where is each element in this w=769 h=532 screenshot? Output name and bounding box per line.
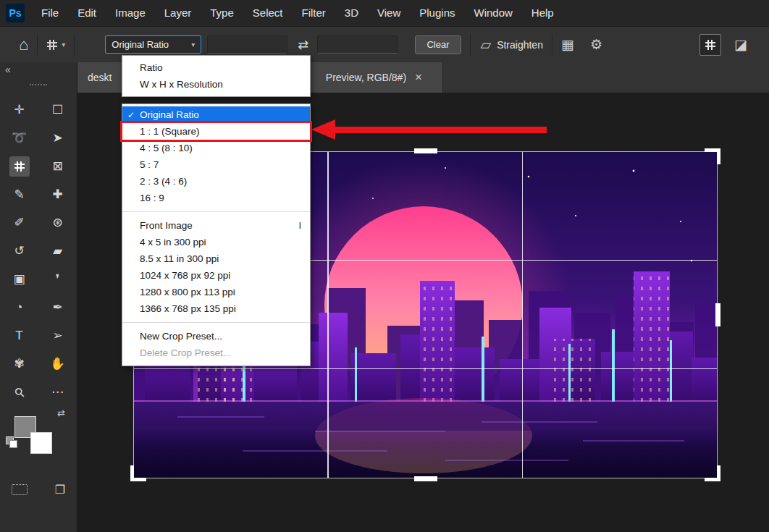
crop-tool[interactable] bbox=[0, 152, 38, 180]
dodge-tool[interactable]: ◔ bbox=[0, 293, 38, 321]
crop-icon bbox=[705, 39, 716, 51]
menu-filter[interactable]: Filter bbox=[293, 0, 335, 26]
menu-items: File Edit Image Layer Type Select Filter… bbox=[32, 0, 563, 26]
aspect-ratio-select[interactable]: Original Ratio ▾ bbox=[105, 35, 201, 54]
dropdown-item-ratio[interactable]: ✓ Ratio bbox=[122, 59, 310, 76]
crop-handle-bottom[interactable] bbox=[414, 476, 437, 481]
type-tool[interactable]: T bbox=[0, 321, 38, 350]
dropdown-item-delete-crop-preset[interactable]: ✓ Delete Crop Preset... bbox=[122, 345, 310, 361]
crop-handle-top[interactable] bbox=[414, 148, 437, 153]
dropdown-item-1-1-square[interactable]: ✓ 1 : 1 (Square) bbox=[122, 123, 310, 140]
lasso-tool[interactable]: ➰ bbox=[0, 124, 38, 152]
gradient-tool[interactable]: ▣ bbox=[0, 265, 38, 293]
tool-icon: ✚ bbox=[48, 185, 68, 205]
zoom-tool[interactable]: ⚲ bbox=[0, 378, 38, 406]
menu-view[interactable]: View bbox=[368, 0, 410, 26]
blur-tool[interactable]: ❜ bbox=[38, 265, 77, 293]
frame-tool[interactable]: ⊠ bbox=[38, 152, 77, 180]
menu-help[interactable]: Help bbox=[522, 0, 563, 26]
default-colors-icon[interactable] bbox=[6, 436, 17, 448]
quick-mask-icon[interactable] bbox=[12, 484, 28, 495]
rectangular-marquee-tool[interactable]: ☐ bbox=[38, 96, 77, 124]
switch-colors-icon[interactable]: ⇄ bbox=[57, 408, 65, 418]
tool-icon: ✎ bbox=[9, 185, 30, 205]
dropdown-item-4-5-8-10[interactable]: ✓ 4 : 5 (8 : 10) bbox=[122, 140, 310, 156]
divider bbox=[470, 34, 471, 56]
dropdown-item-1366x768-135ppi[interactable]: ✓ 1366 x 768 px 135 ppi bbox=[122, 300, 310, 317]
eyedropper-tool[interactable]: ✎ bbox=[0, 180, 38, 208]
hand-tool[interactable]: ✋ bbox=[38, 350, 77, 378]
dropdown-item-16-9[interactable]: ✓ 16 : 9 bbox=[122, 190, 310, 206]
straighten-control[interactable]: ▱ Straighten bbox=[481, 38, 543, 51]
options-bar: ⌂ ▾ Original Ratio ▾ ⇄ Clear ▱ Straighte… bbox=[0, 26, 769, 62]
menu-window[interactable]: Window bbox=[464, 0, 521, 26]
photoshop-window: Ps File Edit Image Layer Type Select Fil… bbox=[0, 0, 769, 532]
crop-icon bbox=[46, 39, 58, 51]
chevron-down-icon: ▾ bbox=[191, 41, 195, 48]
custom-shape-tool[interactable]: ✾ bbox=[0, 350, 38, 378]
swap-dimensions-icon[interactable]: ⇄ bbox=[298, 37, 308, 53]
tool-icon: ❜ bbox=[48, 269, 68, 290]
dropdown-item-2-3-4-6[interactable]: ✓ 2 : 3 (4 : 6) bbox=[122, 173, 310, 190]
move-tool[interactable]: ✛ bbox=[0, 96, 38, 124]
crop-handle-top-right[interactable] bbox=[705, 148, 720, 164]
clone-stamp-tool[interactable]: ⊛ bbox=[38, 208, 77, 237]
pen-tool[interactable]: ✒ bbox=[38, 293, 77, 321]
panel-extra-icons: ❐ bbox=[0, 483, 77, 497]
crop-handle-bottom-right[interactable] bbox=[705, 465, 720, 481]
menu-type[interactable]: Type bbox=[201, 0, 243, 26]
dropdown-item-1024x768-92ppi[interactable]: ✓ 1024 x 768 px 92 ppi bbox=[122, 267, 310, 284]
menu-select[interactable]: Select bbox=[243, 0, 293, 26]
panel-grip[interactable] bbox=[30, 84, 47, 85]
more-tools[interactable]: ⋯ bbox=[38, 378, 77, 406]
collapse-panel-icon[interactable]: « bbox=[5, 64, 11, 75]
menu-3d[interactable]: 3D bbox=[335, 0, 368, 26]
menu-layer[interactable]: Layer bbox=[155, 0, 201, 26]
close-tab-icon[interactable]: × bbox=[415, 70, 422, 85]
dropdown-item-4x5-300ppi[interactable]: ✓ 4 x 5 in 300 ppi bbox=[122, 234, 310, 250]
dropdown-item-original-ratio[interactable]: ✓ Original Ratio bbox=[122, 106, 310, 123]
dropdown-item-new-crop-preset[interactable]: ✓ New Crop Preset... bbox=[122, 328, 310, 345]
tool-icon: ✒ bbox=[48, 297, 68, 318]
photoshop-logo[interactable]: Ps bbox=[6, 4, 25, 22]
check-icon: ✓ bbox=[127, 110, 140, 120]
dropdown-item-wxh-resolution[interactable]: ✓ W x H x Resolution bbox=[122, 76, 310, 93]
tool-list: ✛ ☐ ➰ ➤ bbox=[0, 96, 77, 406]
menu-file[interactable]: File bbox=[32, 0, 68, 26]
dropdown-item-1280x800-113ppi[interactable]: ✓ 1280 x 800 px 113 ppi bbox=[122, 284, 310, 300]
delete-cropped-pixels-button[interactable] bbox=[699, 34, 721, 56]
screen-mode-icon[interactable]: ❐ bbox=[55, 483, 65, 497]
menu-plugins[interactable]: Plugins bbox=[410, 0, 464, 26]
crop-ratio-mode-panel: ✓ Ratio ✓ W x H x Resolution bbox=[122, 55, 311, 97]
content-aware-fill-icon[interactable]: ◪ bbox=[734, 38, 747, 51]
overlay-grid-icon[interactable]: ▦ bbox=[561, 38, 574, 51]
straighten-label: Straighten bbox=[497, 39, 543, 51]
crop-width-input[interactable] bbox=[207, 35, 287, 54]
menu-image[interactable]: Image bbox=[106, 0, 155, 26]
tool-icon: ✛ bbox=[9, 100, 30, 120]
dropdown-item-5-7[interactable]: ✓ 5 : 7 bbox=[122, 156, 310, 173]
crop-handle-right[interactable] bbox=[715, 303, 720, 326]
dropdown-item-85x11-300ppi[interactable]: ✓ 8.5 x 11 in 300 ppi bbox=[122, 250, 310, 267]
tool-icon: ✐ bbox=[9, 213, 30, 233]
brush-tool[interactable]: ✐ bbox=[0, 208, 38, 237]
crop-tool-preset-picker[interactable]: ▾ bbox=[46, 39, 65, 51]
tool-icon: ⚲ bbox=[5, 378, 34, 407]
document-title-right: Preview, RGB/8#) bbox=[326, 72, 406, 83]
dropdown-item-front-image[interactable]: ✓ Front Image I bbox=[122, 217, 310, 234]
divider bbox=[122, 322, 310, 323]
eraser-tool[interactable]: ▰ bbox=[38, 237, 77, 265]
divider bbox=[122, 211, 310, 212]
crop-settings-gear-icon[interactable]: ⚙ bbox=[590, 38, 602, 51]
tool-icon: T bbox=[9, 326, 30, 346]
home-icon[interactable]: ⌂ bbox=[19, 37, 28, 53]
history-brush-tool[interactable]: ↺ bbox=[0, 237, 38, 265]
crop-handle-bottom-left[interactable] bbox=[130, 465, 146, 481]
menu-edit[interactable]: Edit bbox=[68, 0, 106, 26]
path-selection-tool[interactable]: ➢ bbox=[38, 321, 77, 350]
clear-button[interactable]: Clear bbox=[415, 35, 461, 54]
healing-brush-tool[interactable]: ✚ bbox=[38, 180, 77, 208]
object-selection-tool[interactable]: ➤ bbox=[38, 124, 77, 152]
background-color-swatch[interactable] bbox=[30, 432, 52, 454]
crop-height-input[interactable] bbox=[317, 35, 398, 54]
